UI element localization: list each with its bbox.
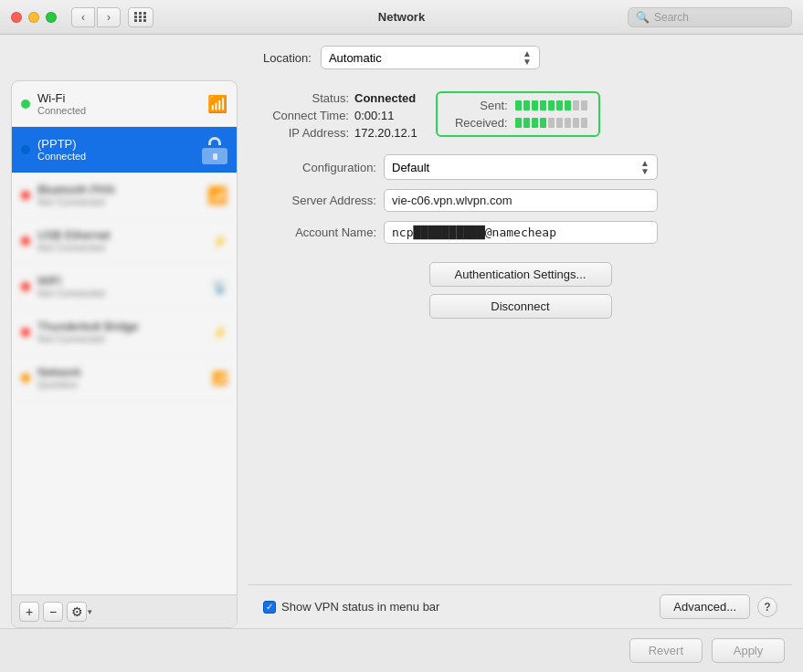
auth-settings-button[interactable]: Authentication Settings...: [429, 262, 612, 287]
received-bar: [515, 118, 587, 128]
gear-button[interactable]: ⚙: [67, 602, 87, 622]
status-section: Status: Connected Connect Time: 0:00:11 …: [248, 91, 792, 140]
window-controls: [11, 12, 57, 23]
sidebar-item-net[interactable]: Network Question 📶: [12, 355, 237, 401]
status-dot-red-2: [21, 236, 30, 246]
navigation-buttons: ‹ ›: [71, 7, 121, 27]
add-button[interactable]: +: [19, 602, 39, 622]
status-dot-green: [21, 100, 30, 109]
item-status-pptp: Connected: [37, 151, 195, 162]
minimize-button[interactable]: [28, 12, 39, 23]
received-bar-seg6: [556, 118, 563, 128]
location-bar: Location: Automatic ▲▼: [0, 35, 803, 80]
item-info-net: Network Question: [37, 365, 205, 390]
bottom-right-buttons: Advanced... ?: [660, 594, 777, 619]
sidebar-item-usb[interactable]: USB Ethernet Not Connected ⚡: [12, 218, 237, 264]
main-window: Location: Automatic ▲▼ Wi-Fi Connected 📶: [0, 35, 803, 672]
config-select[interactable]: Default ▲▼: [384, 154, 658, 180]
revert-button[interactable]: Revert: [629, 638, 703, 663]
remove-button[interactable]: −: [43, 602, 63, 622]
sidebar: Wi-Fi Connected 📶 (PPTP) Connected: [11, 80, 238, 628]
disconnect-button[interactable]: Disconnect: [429, 294, 612, 319]
item-status-wifi2: Not Connected: [37, 288, 205, 299]
sent-bar-seg2: [523, 100, 530, 110]
item-info-pptp: (PPTP) Connected: [37, 137, 195, 162]
location-select[interactable]: Automatic ▲▼: [321, 46, 540, 69]
account-row: Account Name: ncp██████████@namecheap: [248, 221, 792, 244]
status-dot-red-4: [21, 328, 30, 337]
connect-time-key: Connect Time:: [248, 109, 349, 122]
main-panel: Status: Connected Connect Time: 0:00:11 …: [248, 80, 792, 628]
sent-bar-seg8: [573, 100, 579, 110]
network-icon-3: ⚡: [212, 325, 227, 340]
help-button[interactable]: ?: [757, 597, 777, 617]
advanced-button[interactable]: Advanced...: [660, 594, 750, 619]
item-name-wifi: Wi-Fi: [37, 91, 200, 105]
sidebar-toolbar: + − ⚙ ▾: [12, 594, 237, 627]
search-bar[interactable]: 🔍 Search: [628, 7, 792, 27]
sent-key: Sent:: [449, 99, 508, 112]
vpn-checkbox-label: Show VPN status in menu bar: [281, 600, 439, 614]
received-row: Received:: [449, 116, 587, 130]
item-status-bt: Not Connected: [37, 196, 200, 207]
server-key: Server Address:: [248, 194, 376, 207]
lock-icon: [202, 135, 227, 164]
data-usage-box: Sent:: [436, 91, 600, 137]
item-name-wifi2: WiFi: [37, 274, 205, 288]
location-label: Location:: [263, 51, 312, 65]
item-status-tb: Not Connected: [37, 333, 205, 344]
sent-bar-seg5: [548, 100, 555, 110]
sent-bar-seg4: [540, 100, 546, 110]
gear-dropdown[interactable]: ⚙ ▾: [67, 602, 92, 622]
sidebar-item-tb[interactable]: Thunderbolt Bridge Not Connected ⚡: [12, 310, 237, 355]
sidebar-item-pptp[interactable]: (PPTP) Connected: [12, 127, 237, 173]
search-input[interactable]: Search: [654, 11, 784, 24]
forward-button[interactable]: ›: [97, 7, 121, 27]
item-name-pptp: (PPTP): [37, 137, 195, 151]
apply-button[interactable]: Apply: [712, 638, 785, 663]
status-dot-red-3: [21, 282, 30, 291]
grid-icon: [134, 12, 147, 22]
close-button[interactable]: [11, 12, 22, 23]
search-icon: 🔍: [636, 11, 650, 24]
received-bar-seg7: [565, 118, 571, 128]
sidebar-item-wifi[interactable]: Wi-Fi Connected 📶: [12, 81, 237, 127]
ip-value: 172.20.12.1: [354, 126, 417, 140]
item-status-wifi: Connected: [37, 105, 200, 116]
account-value[interactable]: ncp██████████@namecheap: [384, 221, 658, 244]
received-bar-seg9: [581, 118, 587, 128]
item-info-tb: Thunderbolt Bridge Not Connected: [37, 320, 205, 344]
select-arrows-icon: ▲▼: [523, 49, 532, 66]
config-key: Configuration:: [248, 161, 376, 174]
status-row-connected: Status: Connected: [248, 91, 417, 105]
item-status-usb: Not Connected: [37, 242, 205, 253]
sidebar-list: Wi-Fi Connected 📶 (PPTP) Connected: [12, 81, 237, 594]
grid-button[interactable]: [128, 7, 153, 27]
sent-bar-seg3: [532, 100, 538, 110]
config-row: Configuration: Default ▲▼: [248, 154, 792, 180]
sent-bar-seg9: [581, 100, 587, 110]
vpn-checkbox[interactable]: ✓: [263, 601, 276, 614]
status-key: Status:: [248, 91, 349, 105]
connect-time-value: 0:00:11: [354, 109, 394, 122]
item-name-net: Network: [37, 365, 205, 379]
item-info-bt: Bluetooth PAN Not Connected: [37, 183, 200, 207]
wifi-icon: 📶: [207, 94, 227, 114]
received-bar-seg8: [573, 118, 579, 128]
received-bar-seg5: [548, 118, 555, 128]
account-key: Account Name:: [248, 226, 376, 239]
status-row-ip: IP Address: 172.20.12.1: [248, 126, 417, 140]
received-bar-seg1: [515, 118, 522, 128]
back-button[interactable]: ‹: [71, 7, 95, 27]
sent-bar-seg1: [515, 100, 522, 110]
sidebar-item-wifi2[interactable]: WiFi Not Connected 📡: [12, 264, 237, 310]
item-status-net: Question: [37, 379, 205, 390]
location-value: Automatic: [329, 51, 382, 65]
item-name-usb: USB Ethernet: [37, 228, 205, 242]
status-dot-red-1: [21, 191, 30, 200]
sidebar-item-bluetooth[interactable]: Bluetooth PAN Not Connected 📶: [12, 173, 237, 218]
titlebar: ‹ › Network 🔍 Search: [0, 0, 803, 35]
received-bar-seg2: [523, 118, 530, 128]
item-info-wifi2: WiFi Not Connected: [37, 274, 205, 299]
maximize-button[interactable]: [46, 12, 57, 23]
